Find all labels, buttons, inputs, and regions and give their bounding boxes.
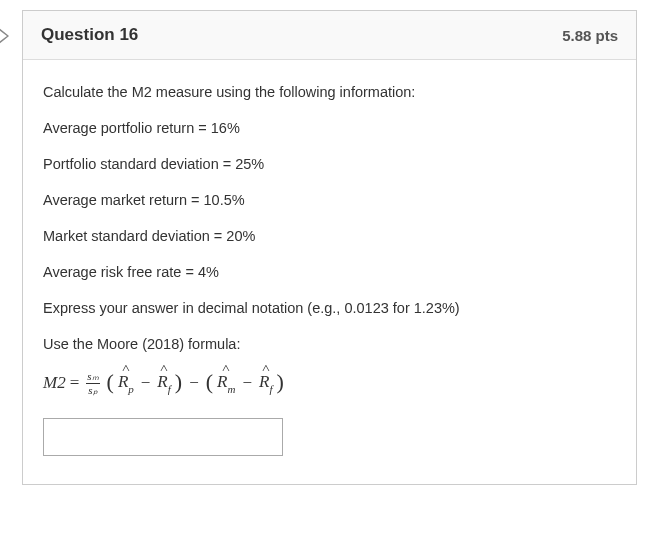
prompt-intro: Calculate the M2 measure using the follo… [43,82,616,103]
var-rm: Rm [217,370,235,396]
given-market-return: Average market return = 10.5% [43,190,616,211]
question-title: Question 16 [41,25,138,45]
lparen-2: ( [206,371,213,393]
minus-3: − [242,371,252,396]
rparen-1: ) [175,371,182,393]
minus-1: − [141,371,151,396]
formula-lhs: M2 [43,371,66,396]
question-card: Question 16 5.88 pts Calculate the M2 me… [22,10,637,485]
lparen-1: ( [107,371,114,393]
question-header: Question 16 5.88 pts [23,11,636,60]
fraction-denominator: sₚ [86,383,99,396]
var-rp: Rp [118,370,134,396]
rparen-2: ) [276,371,283,393]
given-risk-free: Average risk free rate = 4% [43,262,616,283]
var-rf-1: Rf [157,370,170,396]
formula-equals: = [70,371,80,396]
given-portfolio-sd: Portfolio standard deviation = 25% [43,154,616,175]
given-market-sd: Market standard deviation = 20% [43,226,616,247]
formula-display: M2 = sₘ sₚ ( Rp − Rf ) − ( Rm − Rf ) [43,370,616,396]
instruction-express: Express your answer in decimal notation … [43,298,616,319]
var-rf-2: Rf [259,370,272,396]
answer-input[interactable] [43,418,283,456]
question-marker-icon [0,28,10,44]
fraction-numerator: sₘ [85,371,100,383]
instruction-formula: Use the Moore (2018) formula: [43,334,616,355]
given-portfolio-return: Average portfolio return = 16% [43,118,616,139]
minus-2: − [189,371,199,396]
question-points: 5.88 pts [562,27,618,44]
question-body: Calculate the M2 measure using the follo… [23,60,636,484]
formula-fraction: sₘ sₚ [85,371,100,396]
